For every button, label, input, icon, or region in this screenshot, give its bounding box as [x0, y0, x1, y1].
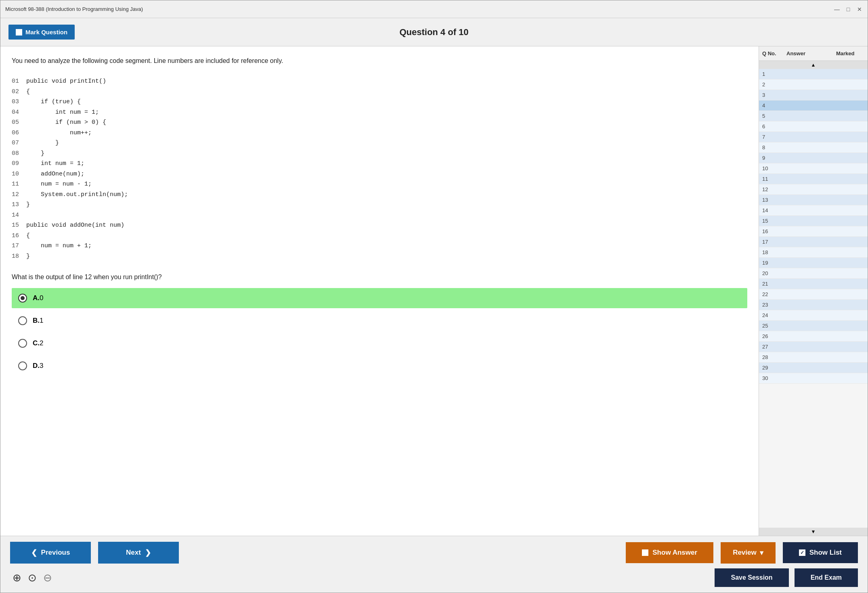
- code-line: 15public void addOne(int num): [12, 220, 747, 231]
- line-number: 02: [12, 87, 26, 97]
- line-number: 11: [12, 179, 26, 190]
- option-row-b[interactable]: B. 1: [12, 311, 747, 331]
- sidebar-qno: 16: [762, 228, 786, 234]
- sidebar-row[interactable]: 11: [759, 174, 868, 184]
- sidebar-row[interactable]: 23: [759, 300, 868, 310]
- app-window: Microsoft 98-388 (Introduction to Progra…: [0, 0, 868, 593]
- sidebar-row[interactable]: 19: [759, 258, 868, 268]
- show-list-label: Show List: [809, 549, 842, 557]
- main-content: You need to analyze the following code s…: [0, 46, 868, 536]
- option-value-c: 2: [40, 339, 43, 347]
- next-button[interactable]: Next ❯: [98, 542, 179, 564]
- end-exam-label: End Exam: [811, 574, 842, 581]
- sidebar-qno: 24: [762, 312, 786, 318]
- option-row-c[interactable]: C. 2: [12, 333, 747, 353]
- sidebar-row[interactable]: 8: [759, 142, 868, 153]
- chevron-down-icon: ▾: [760, 549, 763, 557]
- sidebar-row[interactable]: 17: [759, 237, 868, 247]
- sidebar-qno: 15: [762, 218, 786, 224]
- close-button[interactable]: ✕: [856, 6, 863, 13]
- arrow-right-icon: ❯: [145, 548, 151, 557]
- maximize-button[interactable]: □: [845, 6, 851, 13]
- sidebar-row[interactable]: 20: [759, 268, 868, 279]
- code-line: 01public void printInt(): [12, 76, 747, 87]
- mark-question-checkbox-icon: [16, 29, 22, 35]
- sidebar-row[interactable]: 4: [759, 100, 868, 111]
- sidebar-row[interactable]: 29: [759, 363, 868, 373]
- option-row-a[interactable]: A. 0: [12, 288, 747, 308]
- sidebar-row[interactable]: 22: [759, 289, 868, 300]
- sidebar-row[interactable]: 27: [759, 342, 868, 352]
- sidebar-row[interactable]: 13: [759, 195, 868, 205]
- sidebar-qno: 19: [762, 260, 786, 266]
- radio-b: [18, 316, 27, 325]
- sidebar-qno: 25: [762, 323, 786, 329]
- zoom-in-button[interactable]: ⊕: [10, 570, 24, 586]
- sidebar-row[interactable]: 25: [759, 321, 868, 331]
- zoom-reset-button[interactable]: ⊙: [25, 570, 39, 586]
- end-exam-button[interactable]: End Exam: [795, 568, 858, 587]
- review-button[interactable]: Review ▾: [721, 542, 776, 564]
- code-text: }: [26, 138, 59, 148]
- zoom-out-button[interactable]: ⊖: [41, 570, 55, 586]
- radio-d: [18, 361, 27, 370]
- radio-c: [18, 339, 27, 348]
- sidebar-row[interactable]: 5: [759, 111, 868, 121]
- show-list-button[interactable]: ✓ Show List: [783, 542, 858, 563]
- sidebar-row[interactable]: 6: [759, 121, 868, 132]
- sidebar-row[interactable]: 14: [759, 205, 868, 216]
- option-value-b: 1: [40, 317, 43, 325]
- title-bar: Microsoft 98-388 (Introduction to Progra…: [0, 0, 868, 18]
- arrow-left-icon: ❮: [31, 548, 37, 557]
- sidebar-row[interactable]: 1: [759, 69, 868, 79]
- line-number: 12: [12, 190, 26, 200]
- mark-question-button[interactable]: Mark Question: [8, 25, 75, 40]
- save-session-button[interactable]: Save Session: [715, 568, 788, 587]
- sidebar-scroll-up[interactable]: ▲: [759, 61, 868, 69]
- sidebar-row[interactable]: 10: [759, 163, 868, 174]
- sidebar-qno: 29: [762, 365, 786, 371]
- sidebar-row[interactable]: 28: [759, 352, 868, 363]
- sidebar-qno: 20: [762, 270, 786, 276]
- line-number: 07: [12, 138, 26, 148]
- code-text: {: [26, 87, 30, 97]
- sidebar-row[interactable]: 7: [759, 132, 868, 142]
- question-intro: You need to analyze the following code s…: [12, 56, 747, 66]
- line-number: 15: [12, 220, 26, 231]
- sidebar-row[interactable]: 16: [759, 226, 868, 237]
- sidebar-row[interactable]: 24: [759, 310, 868, 321]
- code-line: 10 addOne(num);: [12, 169, 747, 180]
- sidebar-row[interactable]: 21: [759, 279, 868, 289]
- sidebar-row[interactable]: 30: [759, 373, 868, 384]
- minimize-button[interactable]: —: [834, 6, 840, 13]
- sidebar-row[interactable]: 2: [759, 79, 868, 90]
- options-container: A. 0B. 1C. 2D. 3: [12, 288, 747, 376]
- sidebar-qno: 12: [762, 186, 786, 192]
- review-label: Review: [733, 549, 757, 557]
- code-line: 18}: [12, 251, 747, 262]
- sidebar-row[interactable]: 3: [759, 90, 868, 100]
- show-answer-button[interactable]: Show Answer: [626, 542, 713, 563]
- sidebar-row[interactable]: 9: [759, 153, 868, 163]
- option-label-b: B.: [33, 317, 40, 325]
- show-list-checkmark: ✓: [800, 550, 804, 555]
- header-bar: Mark Question Question 4 of 10: [0, 18, 868, 46]
- save-session-label: Save Session: [731, 574, 772, 581]
- sidebar-col-marked: Marked: [836, 50, 864, 56]
- option-row-d[interactable]: D. 3: [12, 356, 747, 376]
- sidebar-scroll-down[interactable]: ▼: [759, 528, 868, 536]
- sidebar-header: Q No. Answer Marked: [759, 46, 868, 61]
- sidebar-qno: 18: [762, 249, 786, 255]
- previous-button[interactable]: ❮ Previous: [10, 542, 91, 564]
- option-label-c: C.: [33, 339, 40, 347]
- sidebar-row[interactable]: 15: [759, 216, 868, 226]
- line-number: 03: [12, 97, 26, 107]
- code-text: {: [26, 231, 30, 241]
- line-number: 17: [12, 241, 26, 251]
- sidebar-qno: 26: [762, 333, 786, 339]
- sidebar-row[interactable]: 18: [759, 247, 868, 258]
- code-block: 01public void printInt()02{03 if (true) …: [12, 73, 747, 265]
- code-text: }: [26, 148, 44, 159]
- sidebar-row[interactable]: 12: [759, 184, 868, 195]
- sidebar-row[interactable]: 26: [759, 331, 868, 342]
